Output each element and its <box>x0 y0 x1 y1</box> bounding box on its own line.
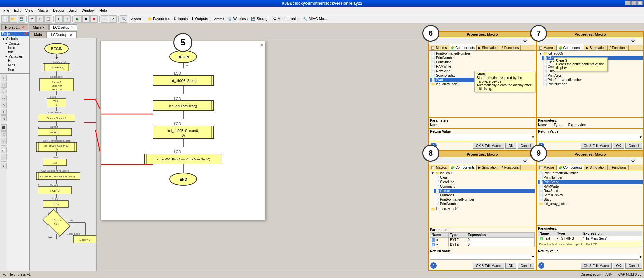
tree-mins[interactable]: Mins <box>1 63 28 67</box>
panel7-tab-macros[interactable]: 📋 Macros <box>537 45 557 50</box>
panel6-item-pn[interactable]: 📄 PrintNumber <box>430 56 535 60</box>
tool-select[interactable]: ⬚ <box>1 82 7 88</box>
stop-button[interactable]: ■ <box>90 15 98 23</box>
open-button[interactable]: 📂 <box>9 15 17 23</box>
menu-build[interactable]: Build <box>66 8 78 13</box>
tool-loop[interactable]: ↻ <box>1 138 7 144</box>
panel9-return-input[interactable] <box>538 254 639 260</box>
tab-lcdsetup-close[interactable]: ✕ <box>71 26 73 29</box>
window-controls[interactable]: ─ □ ✕ <box>625 1 643 5</box>
project-pin-icon[interactable]: 📌 <box>23 32 27 36</box>
cut-button[interactable]: ✂ <box>28 15 36 23</box>
panel8-item-command[interactable]: 📄 Command <box>434 184 535 189</box>
search-button[interactable]: 🔍 <box>120 15 127 23</box>
minimize-button[interactable]: ─ <box>625 1 631 5</box>
panel8-cancel-button[interactable]: Cancel <box>518 263 534 269</box>
tool-more[interactable]: … <box>1 154 7 160</box>
panel6-return-input[interactable] <box>430 134 531 140</box>
panel7-dropdown[interactable] <box>537 37 643 45</box>
panel9-return-arrow[interactable]: ▼ <box>639 255 642 259</box>
panel9-select[interactable] <box>538 158 636 164</box>
menu-debug[interactable]: Debug <box>51 8 66 13</box>
tree-variables[interactable]: ▼ Variables <box>1 54 28 59</box>
tree-globals[interactable]: ▼ Globals <box>1 37 28 41</box>
wireless-label[interactable]: 📡 Wireless <box>226 17 249 21</box>
new-button[interactable]: 📄 <box>1 15 9 23</box>
tab-lcdsetup[interactable]: LCDsetup ✕ <box>49 24 77 30</box>
menu-edit[interactable]: Edit <box>12 8 23 13</box>
tool-calc[interactable]: ▭ <box>1 95 7 101</box>
tool-begin[interactable]: ○ <box>1 88 7 94</box>
param-expr-x[interactable] <box>468 238 533 242</box>
favourites-label[interactable]: ⭐ Favourites <box>146 17 171 21</box>
sec-tab-lcdsetup-close[interactable]: ✕ <box>70 33 72 37</box>
panel9-item-sd[interactable]: 📄 ScrollDisplay <box>538 193 643 197</box>
tool-arrow[interactable]: ↖ <box>1 75 7 81</box>
panel6-select[interactable] <box>430 38 528 44</box>
comms-label[interactable]: Comms <box>210 17 226 21</box>
panel8-dropdown[interactable] <box>429 157 536 165</box>
panel9-item-start[interactable]: 📄 Start <box>538 197 643 202</box>
panel9-cancel-button[interactable]: Cancel <box>625 263 642 269</box>
panel7-root[interactable]: ▼ 📁 lcd_eb005 <box>538 51 643 56</box>
outputs-label[interactable]: ⬆ Outputs <box>190 17 210 21</box>
panel6-item-pfn[interactable]: 📄 PrintFormattedNumber <box>430 51 535 56</box>
tool-delay[interactable]: ⌛ <box>1 131 7 137</box>
menu-window[interactable]: Window <box>79 8 97 13</box>
panel7-item-pn[interactable]: 📄 PrintNumber <box>542 82 643 86</box>
search-label[interactable]: Search <box>128 17 142 21</box>
tree-secs[interactable]: Secs <box>1 67 28 72</box>
panel6-tab-components[interactable]: 🧩 Components <box>449 45 477 50</box>
tool-input[interactable]: ◁ <box>1 115 7 121</box>
panel8-select[interactable] <box>430 158 528 164</box>
panel9-dropdown[interactable] <box>537 157 643 165</box>
panel7-return-arrow[interactable]: ▼ <box>639 135 642 139</box>
panel9-item-pfn[interactable]: 📄 PrintFormattedNumber <box>538 171 643 175</box>
storage-label[interactable]: 💾 Storage <box>250 17 271 21</box>
panel9-item-rs[interactable]: 📄 RawSend <box>538 189 643 193</box>
panel7-return-input[interactable] <box>538 134 639 140</box>
panel8-root[interactable]: ▼ 📁 lcd_eb005 <box>430 171 535 175</box>
panel7-tab-simulation[interactable]: ▶ Simulation <box>584 45 607 50</box>
panel9-tab-components[interactable]: 🧩 Components <box>557 165 584 170</box>
run-button[interactable]: ▶ <box>74 15 82 23</box>
undo-button[interactable]: ↩ <box>55 15 63 23</box>
maximize-button[interactable]: □ <box>631 1 637 5</box>
panel9-ok-edit-button[interactable]: OK & Edit Macro <box>581 263 612 269</box>
panel6-tab-simulation[interactable]: ▶ Simulation <box>477 45 500 50</box>
panel9-tab-functions[interactable]: ƒ Functions <box>608 165 629 170</box>
tab-main-close[interactable]: ✕ <box>42 26 45 29</box>
panel8-return-dropdown[interactable]: ▼ <box>430 254 535 260</box>
panel9-item-ps[interactable]: 📄 PrintString <box>538 180 643 184</box>
panel8-tab-simulation[interactable]: ▶ Simulation <box>477 165 500 170</box>
tool-output[interactable]: ▷ <box>1 109 7 115</box>
param-expr-y[interactable] <box>468 243 533 246</box>
step-button[interactable]: ⇥ <box>101 15 108 23</box>
panel6-item-ps[interactable]: 📄 PrintString <box>430 60 535 64</box>
panel6-tab-functions[interactable]: ƒ Functions <box>500 45 521 50</box>
panel8-ok-button[interactable]: OK <box>505 263 516 269</box>
menu-macro[interactable]: Macro <box>36 8 50 13</box>
panel7-cancel-button[interactable]: Cancel <box>625 143 642 149</box>
panel9-item-led[interactable]: 📁 led_array_pcb1 <box>538 202 643 206</box>
panel9-tab-macros[interactable]: 📋 Macros <box>537 165 557 170</box>
panel8-item-cursor[interactable]: 📄 Cursor <box>434 189 535 193</box>
lcd-panel-close[interactable]: ✕ <box>260 42 264 48</box>
panel6-ok-edit-button[interactable]: OK & Edit Macro <box>473 143 504 149</box>
panel8-return-arrow[interactable]: ▼ <box>531 255 535 259</box>
tree-true[interactable]: true <box>1 50 28 54</box>
panel8-item-printascii[interactable]: 📄 PrintAscii <box>434 193 535 197</box>
panel8-ok-edit-button[interactable]: OK & Edit Macro <box>473 263 504 269</box>
panel6-return-dropdown[interactable]: ▼ <box>430 134 535 140</box>
tree-hrs[interactable]: Hrs <box>1 59 28 63</box>
inputs-label[interactable]: ⬇ Inputs <box>172 17 189 21</box>
panel7-item-printascii[interactable]: 📄 PrintAscii <box>542 73 643 78</box>
panel7-ok-button[interactable]: OK <box>613 143 624 149</box>
panel9-help-button[interactable]: ? <box>538 262 544 269</box>
paste-button[interactable]: 📋 <box>44 15 52 23</box>
miac-label[interactable]: 🔧 MIAC Mo... <box>301 17 328 21</box>
close-button[interactable]: ✕ <box>637 1 643 5</box>
tool-call[interactable]: ⬛ <box>1 124 7 131</box>
menu-help[interactable]: Help <box>97 8 109 13</box>
panel6-item-rw[interactable]: 📄 RAMWrite <box>430 64 535 69</box>
